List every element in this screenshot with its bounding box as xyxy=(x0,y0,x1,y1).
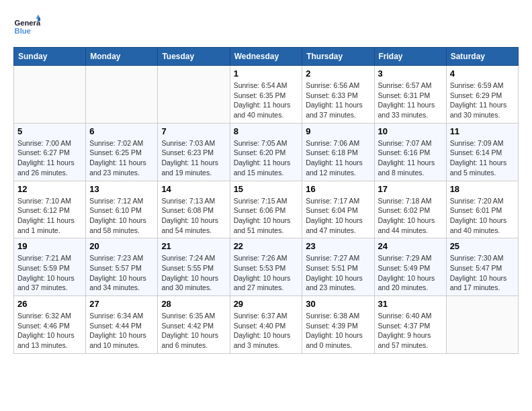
day-info: Sunrise: 7:12 AM Sunset: 6:10 PM Dayligh… xyxy=(89,196,154,236)
calendar-cell: 2Sunrise: 6:56 AM Sunset: 6:33 PM Daylig… xyxy=(302,66,374,124)
calendar-cell xyxy=(158,66,230,124)
column-header-wednesday: Wednesday xyxy=(230,48,302,66)
calendar-cell: 28Sunrise: 6:35 AM Sunset: 4:42 PM Dayli… xyxy=(158,296,230,354)
calendar-cell: 21Sunrise: 7:24 AM Sunset: 5:55 PM Dayli… xyxy=(158,238,230,296)
day-info: Sunrise: 7:24 AM Sunset: 5:55 PM Dayligh… xyxy=(161,253,226,293)
day-number: 24 xyxy=(378,241,443,251)
week-row-1: 1Sunrise: 6:54 AM Sunset: 6:35 PM Daylig… xyxy=(14,66,519,124)
day-info: Sunrise: 7:17 AM Sunset: 6:04 PM Dayligh… xyxy=(306,196,370,236)
day-info: Sunrise: 7:13 AM Sunset: 6:08 PM Dayligh… xyxy=(161,196,226,236)
day-number: 7 xyxy=(161,126,226,136)
day-info: Sunrise: 7:23 AM Sunset: 5:57 PM Dayligh… xyxy=(89,253,154,293)
calendar-cell: 20Sunrise: 7:23 AM Sunset: 5:57 PM Dayli… xyxy=(86,238,158,296)
day-number: 5 xyxy=(17,126,82,136)
calendar-cell: 1Sunrise: 6:54 AM Sunset: 6:35 PM Daylig… xyxy=(230,66,302,124)
page-header: General Blue xyxy=(13,13,519,40)
column-header-saturday: Saturday xyxy=(446,48,518,66)
calendar-cell: 30Sunrise: 6:38 AM Sunset: 4:39 PM Dayli… xyxy=(302,296,374,354)
day-number: 23 xyxy=(306,241,370,251)
day-info: Sunrise: 6:38 AM Sunset: 4:39 PM Dayligh… xyxy=(306,311,370,351)
week-row-3: 12Sunrise: 7:10 AM Sunset: 6:12 PM Dayli… xyxy=(14,181,519,238)
calendar-cell: 26Sunrise: 6:32 AM Sunset: 4:46 PM Dayli… xyxy=(14,296,86,354)
day-info: Sunrise: 6:37 AM Sunset: 4:40 PM Dayligh… xyxy=(234,311,299,351)
calendar-cell xyxy=(14,66,86,124)
day-info: Sunrise: 7:27 AM Sunset: 5:51 PM Dayligh… xyxy=(306,253,370,293)
day-number: 14 xyxy=(161,184,226,194)
day-info: Sunrise: 6:40 AM Sunset: 4:37 PM Dayligh… xyxy=(378,311,443,351)
day-number: 28 xyxy=(161,299,226,309)
logo-icon: General Blue xyxy=(13,13,40,40)
calendar-cell: 25Sunrise: 7:30 AM Sunset: 5:47 PM Dayli… xyxy=(446,238,518,296)
day-number: 10 xyxy=(378,126,443,136)
day-info: Sunrise: 7:18 AM Sunset: 6:02 PM Dayligh… xyxy=(378,196,443,236)
calendar-cell: 13Sunrise: 7:12 AM Sunset: 6:10 PM Dayli… xyxy=(86,181,158,238)
day-info: Sunrise: 7:09 AM Sunset: 6:14 PM Dayligh… xyxy=(450,138,515,178)
day-number: 31 xyxy=(378,299,443,309)
calendar-cell: 3Sunrise: 6:57 AM Sunset: 6:31 PM Daylig… xyxy=(374,66,446,124)
day-number: 16 xyxy=(306,184,370,194)
calendar-cell: 15Sunrise: 7:15 AM Sunset: 6:06 PM Dayli… xyxy=(230,181,302,238)
day-number: 9 xyxy=(306,126,370,136)
day-number: 3 xyxy=(378,68,443,79)
calendar-cell: 12Sunrise: 7:10 AM Sunset: 6:12 PM Dayli… xyxy=(14,181,86,238)
day-info: Sunrise: 6:32 AM Sunset: 4:46 PM Dayligh… xyxy=(17,311,82,351)
calendar-cell: 14Sunrise: 7:13 AM Sunset: 6:08 PM Dayli… xyxy=(158,181,230,238)
calendar-cell: 10Sunrise: 7:07 AM Sunset: 6:16 PM Dayli… xyxy=(374,123,446,181)
calendar-cell: 9Sunrise: 7:06 AM Sunset: 6:18 PM Daylig… xyxy=(302,123,374,181)
calendar-cell: 17Sunrise: 7:18 AM Sunset: 6:02 PM Dayli… xyxy=(374,181,446,238)
day-number: 27 xyxy=(89,299,154,309)
day-number: 20 xyxy=(89,241,154,251)
day-number: 12 xyxy=(17,184,82,194)
calendar-cell: 16Sunrise: 7:17 AM Sunset: 6:04 PM Dayli… xyxy=(302,181,374,238)
day-number: 15 xyxy=(234,184,299,194)
calendar-cell: 24Sunrise: 7:29 AM Sunset: 5:49 PM Dayli… xyxy=(374,238,446,296)
day-info: Sunrise: 6:57 AM Sunset: 6:31 PM Dayligh… xyxy=(378,81,443,120)
day-number: 8 xyxy=(234,126,299,136)
day-number: 21 xyxy=(161,241,226,251)
calendar-cell: 11Sunrise: 7:09 AM Sunset: 6:14 PM Dayli… xyxy=(446,123,518,181)
day-info: Sunrise: 7:07 AM Sunset: 6:16 PM Dayligh… xyxy=(378,138,443,178)
day-number: 11 xyxy=(450,126,515,136)
column-header-tuesday: Tuesday xyxy=(158,48,230,66)
logo: General Blue xyxy=(13,13,44,40)
calendar-cell: 27Sunrise: 6:34 AM Sunset: 4:44 PM Dayli… xyxy=(86,296,158,354)
day-number: 19 xyxy=(17,241,82,251)
calendar-cell: 23Sunrise: 7:27 AM Sunset: 5:51 PM Dayli… xyxy=(302,238,374,296)
day-info: Sunrise: 7:29 AM Sunset: 5:49 PM Dayligh… xyxy=(378,253,443,293)
day-number: 25 xyxy=(450,241,515,251)
day-info: Sunrise: 6:54 AM Sunset: 6:35 PM Dayligh… xyxy=(234,81,299,120)
week-row-5: 26Sunrise: 6:32 AM Sunset: 4:46 PM Dayli… xyxy=(14,296,519,354)
calendar-cell: 6Sunrise: 7:02 AM Sunset: 6:25 PM Daylig… xyxy=(86,123,158,181)
day-info: Sunrise: 7:26 AM Sunset: 5:53 PM Dayligh… xyxy=(234,253,299,293)
column-header-monday: Monday xyxy=(86,48,158,66)
day-info: Sunrise: 6:59 AM Sunset: 6:29 PM Dayligh… xyxy=(450,81,515,120)
day-info: Sunrise: 7:21 AM Sunset: 5:59 PM Dayligh… xyxy=(17,253,82,293)
day-number: 4 xyxy=(450,68,515,79)
day-number: 17 xyxy=(378,184,443,194)
calendar-cell: 31Sunrise: 6:40 AM Sunset: 4:37 PM Dayli… xyxy=(374,296,446,354)
day-info: Sunrise: 7:06 AM Sunset: 6:18 PM Dayligh… xyxy=(306,138,370,178)
day-info: Sunrise: 7:05 AM Sunset: 6:20 PM Dayligh… xyxy=(234,138,299,178)
day-header-row: SundayMondayTuesdayWednesdayThursdayFrid… xyxy=(14,48,519,66)
day-number: 26 xyxy=(17,299,82,309)
day-number: 29 xyxy=(234,299,299,309)
calendar-cell xyxy=(86,66,158,124)
day-number: 13 xyxy=(89,184,154,194)
day-info: Sunrise: 7:20 AM Sunset: 6:01 PM Dayligh… xyxy=(450,196,515,236)
day-number: 6 xyxy=(89,126,154,136)
day-info: Sunrise: 6:35 AM Sunset: 4:42 PM Dayligh… xyxy=(161,311,226,351)
day-info: Sunrise: 7:30 AM Sunset: 5:47 PM Dayligh… xyxy=(450,253,515,293)
day-info: Sunrise: 6:56 AM Sunset: 6:33 PM Dayligh… xyxy=(306,81,370,120)
day-number: 2 xyxy=(306,68,370,79)
calendar-cell: 18Sunrise: 7:20 AM Sunset: 6:01 PM Dayli… xyxy=(446,181,518,238)
calendar-cell: 22Sunrise: 7:26 AM Sunset: 5:53 PM Dayli… xyxy=(230,238,302,296)
calendar-cell: 8Sunrise: 7:05 AM Sunset: 6:20 PM Daylig… xyxy=(230,123,302,181)
day-info: Sunrise: 7:15 AM Sunset: 6:06 PM Dayligh… xyxy=(234,196,299,236)
day-info: Sunrise: 7:10 AM Sunset: 6:12 PM Dayligh… xyxy=(17,196,82,236)
day-number: 22 xyxy=(234,241,299,251)
calendar-table: SundayMondayTuesdayWednesdayThursdayFrid… xyxy=(13,47,519,354)
calendar-cell: 19Sunrise: 7:21 AM Sunset: 5:59 PM Dayli… xyxy=(14,238,86,296)
calendar-cell: 4Sunrise: 6:59 AM Sunset: 6:29 PM Daylig… xyxy=(446,66,518,124)
calendar-cell: 7Sunrise: 7:03 AM Sunset: 6:23 PM Daylig… xyxy=(158,123,230,181)
calendar-cell xyxy=(446,296,518,354)
